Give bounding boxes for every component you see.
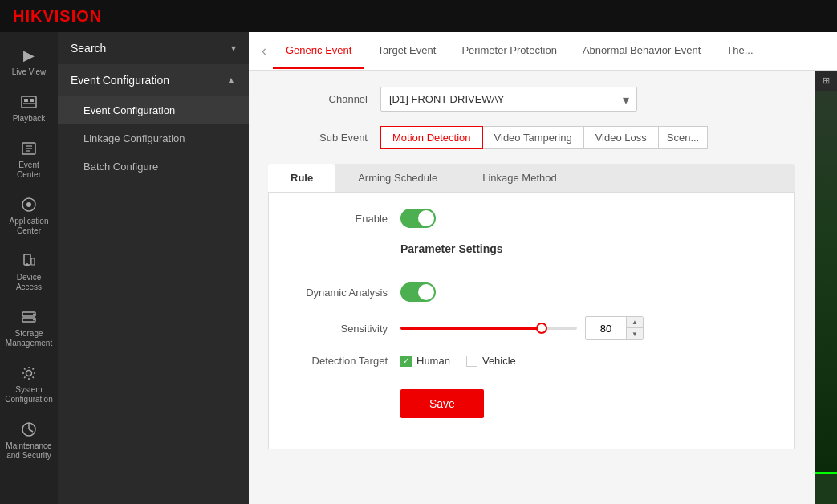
svg-rect-0 [22, 96, 36, 108]
sub-tab-scene-more[interactable]: Scen... [659, 126, 708, 149]
system-configuration-icon [20, 364, 38, 382]
secondary-sidebar: Search ▾ Event Configuration ▲ Event Con… [58, 32, 249, 504]
sensitivity-slider-fill [400, 327, 542, 330]
dynamic-analysis-toggle[interactable] [400, 282, 436, 302]
svg-rect-13 [31, 258, 35, 265]
save-row: Save [288, 381, 775, 418]
sensitivity-slider-wrapper: ▲ ▼ [400, 316, 644, 340]
svg-rect-1 [24, 99, 28, 102]
secondary-menu-batch-configure[interactable]: Batch Configure [58, 152, 249, 181]
svg-point-16 [33, 314, 35, 315]
rule-tab-linkage-method[interactable]: Linkage Method [460, 164, 579, 192]
application-center-icon [20, 196, 38, 213]
enable-toggle-knob [418, 210, 434, 226]
dynamic-analysis-label: Dynamic Analysis [288, 287, 400, 299]
sub-event-label: Sub Event [268, 132, 380, 144]
sidebar-item-system-configuration[interactable]: SystemConfiguration [0, 356, 58, 413]
sidebar-item-playback[interactable]: Playback [0, 85, 58, 132]
event-config-collapse-icon: ▲ [226, 75, 236, 86]
sidebar-label-playback: Playback [13, 114, 46, 124]
rule-panel: Enable Parameter Settings [268, 192, 795, 449]
right-panel: ⊞ [815, 71, 837, 504]
tab-abnormal-behavior[interactable]: Abnormal Behavior Event [570, 33, 713, 69]
topbar: HIKVISION [0, 0, 837, 32]
sub-event-row: Sub Event Motion Detection Video Tamperi… [268, 126, 795, 149]
form-area: Channel [D1] FRONT DRIVEWAY [D2] BACK YA… [249, 71, 815, 504]
tab-target-event[interactable]: Target Event [364, 33, 449, 69]
tab-perimeter-protection[interactable]: Perimeter Protection [449, 33, 570, 69]
storage-management-icon [20, 308, 38, 326]
maintenance-icon [20, 421, 38, 438]
svg-point-17 [33, 319, 35, 321]
sub-event-tabs: Motion Detection Video Tampering Video L… [380, 126, 708, 149]
enable-row: Enable [288, 209, 775, 228]
channel-select-wrapper[interactable]: [D1] FRONT DRIVEWAY [D2] BACK YARD [D3] … [380, 87, 637, 112]
save-button[interactable]: Save [400, 389, 484, 418]
sidebar-item-application-center[interactable]: ApplicationCenter [0, 188, 58, 244]
checkbox-vehicle-box[interactable] [466, 356, 477, 367]
sidebar-item-device-access[interactable]: DeviceAccess [0, 244, 58, 300]
sidebar-label-event-center: EventCenter [17, 161, 41, 180]
sidebar-label-storage-management: StorageManagement [6, 329, 52, 348]
search-header[interactable]: Search ▾ [58, 32, 249, 64]
secondary-menu-event-config[interactable]: Event Configuration [58, 96, 249, 124]
camera-preview-bottom [815, 472, 837, 504]
rule-tab-rule[interactable]: Rule [268, 164, 335, 192]
checkbox-human[interactable]: Human [400, 355, 450, 367]
rule-tabs-bar: Rule Arming Schedule Linkage Method [268, 164, 795, 192]
svg-point-18 [26, 371, 32, 376]
sidebar-label-application-center: ApplicationCenter [10, 217, 49, 236]
rule-tabs-container: Rule Arming Schedule Linkage Method [268, 164, 795, 449]
device-access-icon [20, 252, 38, 270]
camera-preview [815, 91, 837, 472]
parameter-settings-row: Parameter Settings [288, 242, 775, 268]
search-arrow-icon: ▾ [231, 43, 236, 54]
checkbox-vehicle[interactable]: Vehicle [466, 355, 516, 367]
checkbox-vehicle-label: Vehicle [482, 355, 516, 367]
sub-tab-video-loss[interactable]: Video Loss [584, 126, 659, 149]
sidebar-item-event-center[interactable]: EventCenter [0, 132, 58, 188]
inner-content: Channel [D1] FRONT DRIVEWAY [D2] BACK YA… [249, 71, 837, 504]
sensitivity-slider-track[interactable] [400, 327, 577, 330]
sidebar-label-live-view: Live View [12, 67, 47, 77]
sidebar-item-maintenance[interactable]: Maintenanceand Security [0, 413, 58, 469]
channel-select[interactable]: [D1] FRONT DRIVEWAY [D2] BACK YARD [D3] … [380, 87, 637, 112]
sidebar: ▶ Live View Playback [0, 32, 58, 504]
enable-toggle[interactable] [400, 209, 436, 228]
tab-more[interactable]: The... [713, 33, 766, 69]
sensitivity-slider-thumb[interactable] [536, 323, 547, 334]
sensitivity-label: Sensitivity [288, 323, 400, 335]
checkbox-human-label: Human [416, 355, 450, 367]
tab-bar: ‹ Generic Event Target Event Perimeter P… [249, 32, 837, 71]
dynamic-analysis-row: Dynamic Analysis [288, 282, 775, 302]
sidebar-label-device-access: DeviceAccess [16, 273, 42, 292]
enable-label: Enable [288, 213, 400, 225]
app-logo: HIKVISION [13, 7, 102, 26]
sub-tab-video-tampering[interactable]: Video Tampering [483, 126, 584, 149]
sidebar-item-storage-management[interactable]: StorageManagement [0, 300, 58, 356]
preview-expand-icon[interactable]: ⊞ [815, 71, 837, 91]
rule-tab-arming-schedule[interactable]: Arming Schedule [335, 164, 460, 192]
sub-tab-motion-detection[interactable]: Motion Detection [380, 126, 483, 149]
live-view-icon: ▶ [20, 47, 38, 64]
sensitivity-row: Sensitivity ▲ ▼ [288, 316, 775, 340]
main-layout: ▶ Live View Playback [0, 32, 837, 504]
detection-target-label: Detection Target [288, 355, 400, 367]
sensitivity-up-arrow[interactable]: ▲ [627, 317, 643, 328]
search-label: Search [71, 42, 106, 55]
secondary-menu-linkage-config[interactable]: Linkage Configuration [58, 124, 249, 152]
tab-generic-event[interactable]: Generic Event [273, 33, 364, 69]
detection-target-row: Detection Target Human Vehicle [288, 355, 775, 367]
event-configuration-header[interactable]: Event Configuration ▲ [58, 64, 249, 96]
sidebar-label-maintenance: Maintenanceand Security [6, 441, 51, 461]
sidebar-item-live-view[interactable]: ▶ Live View [0, 39, 58, 85]
sensitivity-value-input[interactable] [586, 319, 626, 338]
svg-line-21 [29, 429, 33, 432]
sidebar-label-system-configuration: SystemConfiguration [5, 385, 52, 404]
detection-target-group: Human Vehicle [400, 355, 516, 367]
svg-rect-2 [30, 99, 34, 102]
tab-prev-icon[interactable]: ‹ [255, 43, 273, 59]
dynamic-analysis-knob [418, 284, 434, 300]
checkbox-human-box[interactable] [400, 356, 412, 367]
sensitivity-down-arrow[interactable]: ▼ [627, 328, 643, 339]
